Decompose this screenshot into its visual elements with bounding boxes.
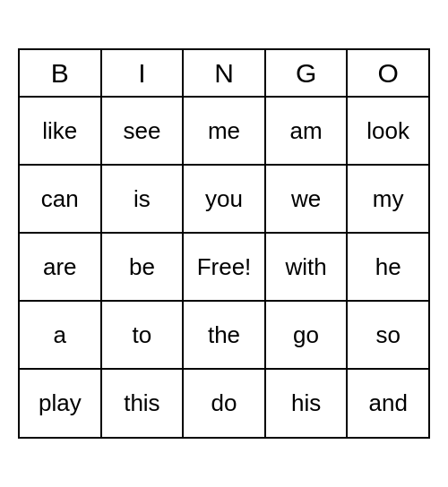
cell-4-2: to (101, 301, 184, 369)
cell-1-1: like (20, 97, 101, 165)
cell-2-3: you (183, 165, 265, 233)
bingo-row-3: are be Free! with he (20, 233, 428, 301)
bingo-row-1: like see me am look (20, 97, 428, 165)
cell-1-4: am (265, 97, 348, 165)
bingo-card: B I N G O like see me am look can is you… (18, 48, 430, 439)
bingo-header-row: B I N G O (20, 50, 428, 97)
header-b: B (20, 50, 101, 97)
cell-2-2: is (101, 165, 184, 233)
bingo-row-4: a to the go so (20, 301, 428, 369)
cell-3-5: he (347, 233, 428, 301)
cell-5-4: his (265, 369, 348, 437)
header-g: G (265, 50, 348, 97)
cell-5-2: this (101, 369, 184, 437)
cell-4-3: the (183, 301, 265, 369)
cell-4-4: go (265, 301, 348, 369)
bingo-row-2: can is you we my (20, 165, 428, 233)
header-o: O (347, 50, 428, 97)
cell-5-3: do (183, 369, 265, 437)
cell-3-4: with (265, 233, 348, 301)
cell-1-5: look (347, 97, 428, 165)
cell-3-3: Free! (183, 233, 265, 301)
header-n: N (183, 50, 265, 97)
header-i: I (101, 50, 184, 97)
cell-1-3: me (183, 97, 265, 165)
cell-3-1: are (20, 233, 101, 301)
cell-3-2: be (101, 233, 184, 301)
cell-2-4: we (265, 165, 348, 233)
bingo-row-5: play this do his and (20, 369, 428, 437)
cell-4-5: so (347, 301, 428, 369)
cell-5-1: play (20, 369, 101, 437)
cell-4-1: a (20, 301, 101, 369)
cell-2-5: my (347, 165, 428, 233)
cell-2-1: can (20, 165, 101, 233)
cell-1-2: see (101, 97, 184, 165)
cell-5-5: and (347, 369, 428, 437)
